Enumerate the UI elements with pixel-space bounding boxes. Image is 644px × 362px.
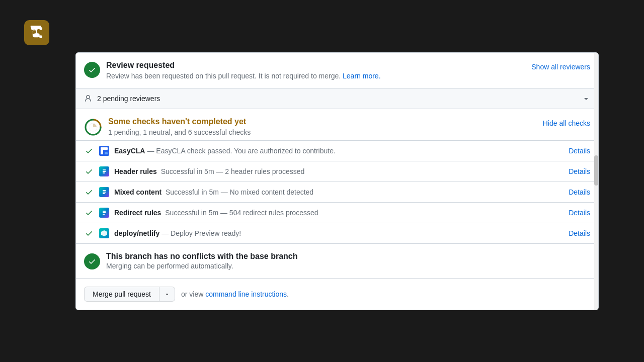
show-all-reviewers-button[interactable]: Show all reviewers bbox=[531, 63, 590, 71]
hide-all-checks-button[interactable]: Hide all checks bbox=[543, 119, 590, 127]
header-rules-name: Header rules bbox=[114, 167, 157, 175]
merge-dropdown-button[interactable] bbox=[159, 287, 175, 302]
easycla-name: EasyCLA bbox=[114, 147, 145, 155]
pending-reviewers-row[interactable]: 2 pending reviewers bbox=[76, 88, 598, 109]
netlify-logo-icon bbox=[101, 230, 108, 237]
checks-header: Some checks haven't completed yet 1 pend… bbox=[76, 109, 598, 140]
review-left: Review requested Review has been request… bbox=[84, 61, 381, 80]
deploy-netlify-details-button[interactable]: Details bbox=[569, 229, 590, 237]
check-success-icon bbox=[85, 209, 93, 217]
check-item-header-rules: Header rules Successful in 5m — 2 header… bbox=[76, 161, 598, 182]
merge-button-group: Merge pull request bbox=[84, 287, 175, 302]
easycla-svg bbox=[99, 146, 109, 156]
deploy-netlify-status bbox=[84, 229, 94, 237]
review-check-icon bbox=[84, 62, 100, 78]
no-conflicts-text: This branch has no conflicts with the ba… bbox=[106, 252, 298, 270]
header-rules-desc: Successful in 5m — 2 header rules proces… bbox=[159, 167, 569, 175]
merge-pull-request-button[interactable]: Merge pull request bbox=[84, 287, 159, 302]
source-control-icon bbox=[30, 26, 44, 40]
check-item-mixed-content: Mixed content Successful in 5m — No mixe… bbox=[76, 182, 598, 202]
scrollbar-thumb[interactable] bbox=[594, 155, 598, 186]
checks-subtitle: 1 pending, 1 neutral, and 6 successful c… bbox=[108, 128, 251, 136]
checks-title: Some checks haven't completed yet bbox=[108, 117, 251, 126]
mixed-content-desc: Successful in 5m — No mixed content dete… bbox=[164, 188, 569, 196]
pr-merge-panel: Review requested Review has been request… bbox=[75, 52, 599, 310]
checks-spinner-icon bbox=[84, 118, 102, 136]
learn-more-link[interactable]: Learn more. bbox=[343, 72, 380, 80]
checks-text: Some checks haven't completed yet 1 pend… bbox=[108, 117, 251, 136]
check-success-icon bbox=[85, 188, 93, 196]
check-success-icon bbox=[85, 229, 93, 237]
no-conflicts-subtitle: Merging can be performed automatically. bbox=[106, 262, 298, 270]
no-conflicts-icon bbox=[84, 253, 100, 269]
pending-left: 2 pending reviewers bbox=[84, 95, 160, 103]
header-rules-details-button[interactable]: Details bbox=[569, 167, 590, 175]
check-success-icon bbox=[85, 167, 93, 175]
deploy-netlify-icon bbox=[99, 228, 109, 238]
redirect-rules-status bbox=[84, 209, 94, 217]
merge-or-text: or view command line instructions. bbox=[181, 290, 289, 298]
netlify-check-icon bbox=[101, 168, 107, 174]
redirect-rules-icon bbox=[99, 208, 109, 218]
easycla-desc: — EasyCLA check passed. You are authoriz… bbox=[147, 147, 569, 155]
redirect-rules-details-button[interactable]: Details bbox=[569, 209, 590, 217]
svg-rect-8 bbox=[105, 152, 108, 154]
easycla-status bbox=[84, 147, 94, 155]
svg-rect-7 bbox=[101, 147, 108, 150]
deploy-netlify-desc: — Deploy Preview ready! bbox=[162, 229, 569, 237]
scrollbar-track[interactable] bbox=[594, 53, 598, 310]
merge-section: Merge pull request or view command line … bbox=[76, 279, 598, 310]
no-conflicts-checkmark-icon bbox=[88, 257, 96, 265]
redirect-rules-desc: Successful in 5m — 504 redirect rules pr… bbox=[163, 209, 569, 217]
check-item-redirect-rules: Redirect rules Successful in 5m — 504 re… bbox=[76, 202, 598, 223]
header-rules-status bbox=[84, 167, 94, 175]
netlify-check-icon2 bbox=[101, 189, 107, 195]
mixed-content-icon bbox=[99, 187, 109, 197]
chevron-down-icon bbox=[582, 95, 590, 103]
svg-rect-6 bbox=[101, 150, 103, 154]
person-icon bbox=[84, 95, 92, 103]
no-conflicts-title: This branch has no conflicts with the ba… bbox=[106, 252, 298, 261]
app-icon bbox=[24, 20, 49, 45]
mixed-content-status bbox=[84, 188, 94, 196]
checkmark-icon bbox=[88, 66, 96, 74]
mixed-content-details-button[interactable]: Details bbox=[569, 188, 590, 196]
pending-reviewers-label: 2 pending reviewers bbox=[97, 95, 160, 103]
easycla-icon bbox=[99, 146, 109, 156]
review-title: Review requested bbox=[106, 61, 381, 70]
command-line-instructions-link[interactable]: command line instructions bbox=[205, 290, 287, 298]
checks-section: Some checks haven't completed yet 1 pend… bbox=[76, 109, 598, 244]
check-item-easycla: EasyCLA — EasyCLA check passed. You are … bbox=[76, 140, 598, 161]
mixed-content-name: Mixed content bbox=[114, 188, 162, 196]
checks-header-left: Some checks haven't completed yet 1 pend… bbox=[84, 117, 251, 136]
dropdown-arrow-icon bbox=[165, 292, 170, 297]
check-success-icon bbox=[85, 147, 93, 155]
deploy-netlify-name: deploy/netlify bbox=[114, 229, 159, 237]
header-rules-icon bbox=[99, 166, 109, 176]
no-conflicts-section: This branch has no conflicts with the ba… bbox=[76, 244, 598, 279]
review-text: Review requested Review has been request… bbox=[106, 61, 381, 80]
review-requested-section: Review requested Review has been request… bbox=[76, 53, 598, 88]
easycla-details-button[interactable]: Details bbox=[569, 147, 590, 155]
check-item-deploy-netlify: deploy/netlify — Deploy Preview ready! D… bbox=[76, 223, 598, 243]
review-desc: Review has been requested on this pull r… bbox=[106, 72, 381, 80]
netlify-check-icon3 bbox=[101, 210, 107, 216]
redirect-rules-name: Redirect rules bbox=[114, 209, 161, 217]
